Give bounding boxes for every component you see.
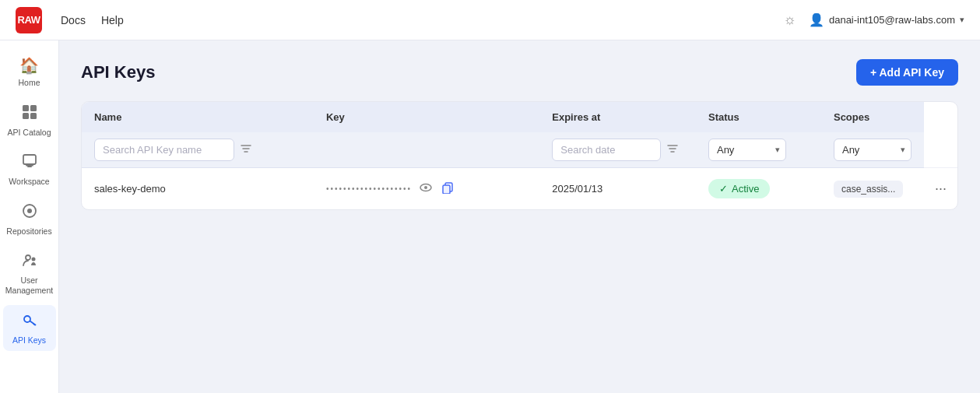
more-options-button[interactable]: ··· <box>930 179 951 198</box>
theme-icon[interactable]: ☼ <box>783 12 796 28</box>
date-filter-icon[interactable] <box>667 143 678 156</box>
user-email: danai-int105@raw-labs.com <box>829 14 955 26</box>
user-menu[interactable]: 👤 danai-int105@raw-labs.com ▾ <box>809 12 964 27</box>
chevron-down-icon: ▾ <box>960 15 964 25</box>
filter-status-cell: Any Active Inactive ▾ <box>696 132 821 168</box>
row-more-cell: ··· <box>924 168 957 210</box>
table-row: sales-key-demo •••••••••••••••••••• <box>82 168 957 210</box>
key-dots: •••••••••••••••••••• <box>326 184 412 193</box>
sidebar-item-api-catalog-label: API Catalog <box>7 128 51 138</box>
filter-key-cell <box>314 132 539 168</box>
sidebar-item-user-management-label: User Management <box>5 275 53 295</box>
filter-row: Any Active Inactive ▾ Any <box>82 132 957 168</box>
row-name: sales-key-demo <box>82 168 314 210</box>
sidebar-item-workspace[interactable]: Workspace <box>3 146 56 193</box>
api-keys-table: Name Key Expires at Status Scopes <box>82 102 957 209</box>
sidebar-item-api-keys[interactable]: API Keys <box>3 305 56 352</box>
svg-rect-1 <box>30 105 37 111</box>
search-name-input[interactable] <box>94 139 234 161</box>
svg-rect-15 <box>443 185 450 194</box>
svg-point-10 <box>31 258 35 261</box>
svg-point-9 <box>26 255 30 260</box>
page-header: API Keys + Add API Key <box>81 59 958 86</box>
name-filter-icon[interactable] <box>241 143 251 156</box>
show-key-button[interactable] <box>418 180 434 198</box>
api-keys-icon <box>21 311 38 332</box>
col-header-scopes: Scopes <box>821 102 924 132</box>
scope-filter-select[interactable]: Any <box>834 139 912 161</box>
sidebar-item-workspace-label: Workspace <box>9 177 49 187</box>
svg-rect-0 <box>23 105 29 111</box>
sidebar-item-repositories-label: Repositories <box>6 226 51 237</box>
add-api-key-button[interactable]: + Add API Key <box>856 59 958 86</box>
user-management-icon <box>21 251 38 272</box>
help-link[interactable]: Help <box>101 14 124 26</box>
sidebar-item-home-label: Home <box>18 78 40 88</box>
home-icon: 🏠 <box>19 56 39 75</box>
table-header-row: Name Key Expires at Status Scopes <box>82 102 957 132</box>
sidebar: 🏠 Home API Catalog W <box>0 40 59 393</box>
svg-rect-2 <box>23 113 29 119</box>
status-label: Active <box>732 183 759 195</box>
topnav-right: ☼ 👤 danai-int105@raw-labs.com ▾ <box>783 12 964 28</box>
page-title: API Keys <box>81 62 155 82</box>
user-icon: 👤 <box>809 12 824 27</box>
api-keys-table-container: Name Key Expires at Status Scopes <box>81 101 958 210</box>
row-status: ✓ Active <box>696 168 821 210</box>
filter-expires-cell <box>539 132 696 168</box>
col-header-expires: Expires at <box>539 102 696 132</box>
search-date-input[interactable] <box>552 139 661 161</box>
row-scopes: case_assis... <box>821 168 924 210</box>
top-navigation: RAW Docs Help ☼ 👤 danai-int105@raw-labs.… <box>0 0 980 40</box>
row-key: •••••••••••••••••••• <box>314 168 539 210</box>
col-header-status: Status <box>696 102 821 132</box>
svg-point-8 <box>27 209 32 213</box>
svg-rect-3 <box>30 113 37 119</box>
repositories-icon <box>21 202 38 223</box>
status-badge: ✓ Active <box>708 179 770 198</box>
scope-badge: case_assis... <box>834 181 903 198</box>
workspace-icon <box>21 153 38 174</box>
nav-links: Docs Help <box>61 14 764 26</box>
main-layout: 🏠 Home API Catalog W <box>0 40 980 393</box>
svg-rect-6 <box>26 165 33 167</box>
status-filter-select[interactable]: Any Active Inactive <box>708 139 786 161</box>
sidebar-item-user-management[interactable]: User Management <box>3 245 56 301</box>
svg-point-13 <box>424 186 427 189</box>
sidebar-item-api-catalog[interactable]: API Catalog <box>3 97 56 144</box>
col-header-name: Name <box>82 102 314 132</box>
col-header-key: Key <box>314 102 539 132</box>
copy-key-button[interactable] <box>440 180 455 198</box>
logo: RAW <box>16 7 42 33</box>
sidebar-item-api-keys-label: API Keys <box>12 335 46 346</box>
docs-link[interactable]: Docs <box>61 14 86 26</box>
main-content: API Keys + Add API Key Name Key Expires … <box>59 40 980 393</box>
sidebar-item-repositories[interactable]: Repositories <box>3 196 56 243</box>
api-catalog-icon <box>21 104 38 125</box>
svg-rect-4 <box>23 155 36 164</box>
filter-name-cell <box>82 132 314 168</box>
sidebar-item-home[interactable]: 🏠 Home <box>3 50 56 94</box>
row-expires: 2025/01/13 <box>539 168 696 210</box>
check-icon: ✓ <box>719 183 728 195</box>
filter-scopes-cell: Any ▾ <box>821 132 924 168</box>
